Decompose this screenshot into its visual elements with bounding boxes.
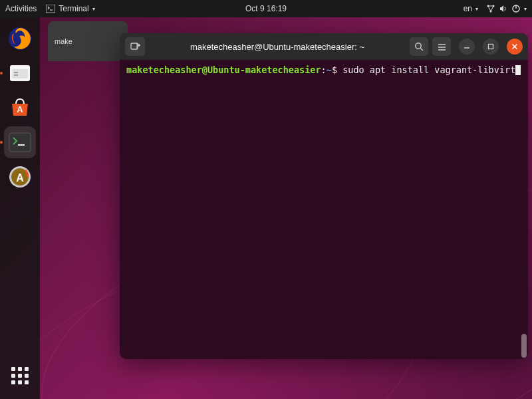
nautilus-titlebar-fragment[interactable]: make — [48, 21, 128, 61]
maximize-icon — [487, 43, 494, 50]
power-icon — [511, 4, 521, 13]
terminal-body[interactable]: maketecheasher@Ubuntu-maketecheasier:~$ … — [120, 60, 528, 359]
files-icon — [8, 61, 32, 85]
scrollbar-thumb[interactable] — [521, 334, 527, 358]
hamburger-icon — [437, 42, 447, 52]
search-icon — [414, 42, 424, 52]
svg-text:A: A — [16, 172, 24, 184]
svg-line-5 — [488, 6, 491, 11]
terminal-titlebar[interactable]: maketecheasher@Ubuntu-maketecheasier: ~ — [120, 33, 528, 60]
prompt-symbol: $ — [332, 65, 337, 75]
dock-item-firefox[interactable] — [4, 23, 36, 55]
hamburger-menu-button[interactable] — [432, 37, 451, 56]
svg-rect-12 — [12, 69, 28, 78]
new-tab-icon — [130, 41, 140, 52]
svg-line-6 — [491, 6, 493, 11]
software-updater-icon: A — [8, 165, 32, 189]
command-text: sudo apt install vagrant-libvirt — [342, 65, 515, 75]
svg-text:A: A — [17, 104, 23, 114]
network-icon — [486, 4, 495, 13]
svg-rect-32 — [489, 45, 493, 49]
dock-item-updater[interactable]: A — [4, 161, 36, 193]
activities-button[interactable]: Activities — [5, 4, 37, 13]
search-button[interactable] — [410, 37, 428, 56]
running-indicator — [0, 72, 3, 74]
chevron-down-icon: ▾ — [92, 6, 95, 12]
svg-line-27 — [420, 48, 423, 51]
prompt-path: ~ — [327, 65, 332, 75]
terminal-icon — [9, 132, 31, 152]
svg-rect-0 — [46, 5, 55, 13]
active-app-indicator[interactable]: Terminal ▾ — [46, 4, 94, 13]
show-applications-button[interactable] — [3, 359, 37, 392]
gnome-topbar: Activities Terminal ▾ Oct 9 16:19 en ▾ ▾ — [0, 0, 532, 17]
ubuntu-dock: A A — [0, 17, 40, 399]
svg-rect-13 — [14, 72, 18, 73]
system-status-area[interactable]: ▾ — [486, 4, 527, 13]
chevron-down-icon: ▾ — [524, 6, 527, 12]
dock-item-software[interactable]: A — [4, 92, 36, 124]
firefox-icon — [7, 26, 33, 51]
minimize-icon — [464, 43, 470, 50]
terminal-title: maketecheasher@Ubuntu-maketecheasier: ~ — [149, 42, 406, 52]
maximize-button[interactable] — [483, 39, 499, 55]
running-indicator — [0, 141, 3, 144]
nautilus-title-text: make — [55, 37, 72, 45]
chevron-down-icon: ▾ — [475, 6, 478, 12]
minimize-button[interactable] — [459, 39, 475, 55]
gnome-terminal-window: maketecheasher@Ubuntu-maketecheasier: ~ … — [120, 33, 528, 359]
svg-point-26 — [415, 43, 420, 48]
new-tab-button[interactable] — [125, 37, 145, 56]
volume-icon — [499, 4, 508, 13]
prompt-colon: : — [321, 65, 327, 75]
software-store-icon: A — [8, 96, 32, 120]
close-icon — [511, 43, 518, 50]
svg-rect-16 — [9, 133, 31, 152]
terminal-cursor — [515, 65, 521, 75]
terminal-icon — [46, 5, 55, 13]
svg-rect-14 — [14, 74, 18, 76]
input-language-indicator[interactable]: en ▾ — [464, 4, 478, 13]
lang-label: en — [464, 4, 472, 13]
clock[interactable]: Oct 9 16:19 — [245, 4, 287, 13]
close-button[interactable] — [507, 39, 523, 55]
dock-item-files[interactable] — [4, 57, 36, 89]
active-app-label: Terminal — [59, 4, 88, 13]
prompt-user-host: maketecheasher@Ubuntu-maketecheasier — [126, 65, 321, 75]
dock-item-terminal[interactable] — [4, 126, 36, 158]
